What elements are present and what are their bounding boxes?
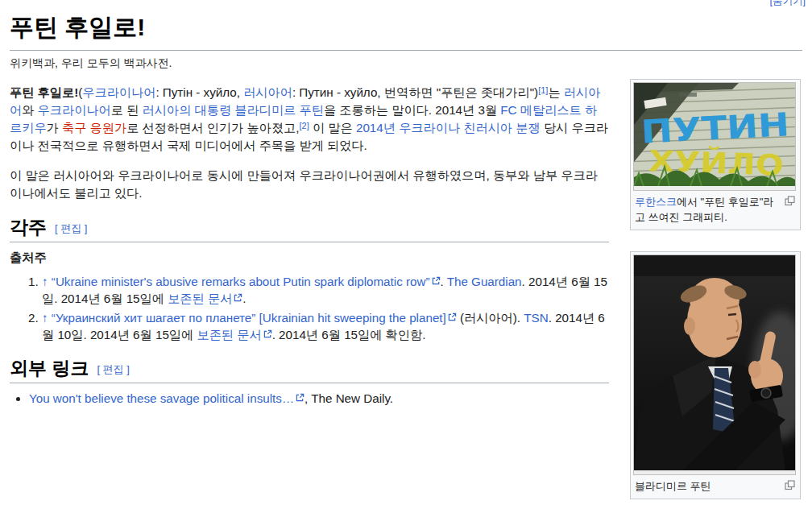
external-link[interactable]: You won't believe these savage political… <box>29 391 304 405</box>
external-link-icon <box>296 393 304 402</box>
text-run: : Путин - хуйло, 번역하면 "푸틴은 좃대가리") <box>292 85 538 99</box>
text-run: 로 된 <box>111 103 143 117</box>
text-run: 로 선정하면서 인기가 높아졌고, <box>126 121 299 134</box>
external-link-icon <box>234 293 242 302</box>
reference-item: ↑ “Украинский хит шагает по планете” [Uk… <box>42 309 609 343</box>
article-body: 푸틴 후일로!(우크라이나어: Путін - хуйло, 러시아어: Пут… <box>10 84 609 407</box>
graffiti-illustration: ПУТИН ХУЙЛО <box>634 83 795 186</box>
thumbnail-column: ПУТИН ХУЙЛО 루한스크에서 "푸틴 후일로"라고 쓰여진 그래피티. <box>630 79 801 499</box>
caption-text: 블라디미르 푸틴 <box>635 480 711 492</box>
section-title: 각주 <box>10 217 47 238</box>
wiki-link[interactable]: 루한스크 <box>635 196 677 208</box>
text-run: 을 조롱하는 말이다. 2014년 3월 <box>324 103 500 117</box>
graffiti-thumbnail: ПУТИН ХУЙЛО 루한스크에서 "푸틴 후일로"라고 쓰여진 그래피티. <box>630 79 801 230</box>
expand-icon[interactable] <box>785 196 795 206</box>
second-paragraph: 이 말은 러시아어와 우크라이나어로 동시에 만들어져 우크라이나어권에서 유행… <box>10 167 609 202</box>
hide-toggle-link[interactable]: [숨기기] <box>770 0 806 8</box>
external-link[interactable]: 보존된 문서 <box>197 328 271 341</box>
lead-paragraph: 푸틴 후일로!(우크라이나어: Путін - хуйло, 러시아어: Пут… <box>10 84 609 155</box>
text-run: 블라디미르 푸틴 <box>635 480 711 492</box>
putin-portrait-image[interactable] <box>633 254 796 475</box>
text-run: . <box>242 292 246 305</box>
wiki-link[interactable]: 우크라이나어 <box>82 85 155 99</box>
text-run: 가 <box>47 121 62 134</box>
section-title: 외부 링크 <box>10 358 89 379</box>
wiki-link[interactable]: 블라디미르 푸틴 <box>234 103 324 117</box>
backref-up-link[interactable]: ↑ <box>42 311 48 325</box>
text-run: 이 말은 러시아어와 우크라이나어로 동시에 만들어져 우크라이나어권에서 유행… <box>10 168 598 200</box>
external-link[interactable]: “Ukraine minister's abusive remarks abou… <box>52 275 441 288</box>
wiki-link[interactable]: 2014년 우크라이나 친러시아 분쟁 <box>356 121 541 134</box>
external-link-item: You won't believe these savage political… <box>29 390 609 407</box>
text-run: 와 <box>22 103 37 117</box>
external-link[interactable]: “Украинский хит шагает по планете” [Ukra… <box>52 311 457 325</box>
external-link-icon <box>448 312 457 321</box>
text-run: , The New Daily. <box>304 391 393 405</box>
wiki-link[interactable]: 우크라이나어 <box>38 103 111 117</box>
text-run: 푸틴 후일로! <box>10 85 78 99</box>
wiki-link[interactable]: 러시아의 대통령 <box>143 103 232 117</box>
redlink[interactable]: 축구 응원가 <box>62 121 126 134</box>
reference-item: ↑ “Ukraine minister's abusive remarks ab… <box>42 273 609 307</box>
ref-link[interactable]: [1] <box>538 85 548 95</box>
page-title: 푸틴 후일로! <box>10 11 802 51</box>
external-links-list: You won't believe these savage political… <box>18 390 609 407</box>
text-run: : Путін - хуйло, <box>155 85 243 99</box>
reference-list: ↑ “Ukraine minister's abusive remarks ab… <box>29 273 609 343</box>
wiki-link[interactable]: 러시아어 <box>243 85 292 99</box>
putin-portrait-illustration <box>634 255 795 470</box>
text-run: 이 말은 <box>309 121 356 134</box>
edit-section-link[interactable]: [ 편집 ] <box>55 222 87 234</box>
text-run: (러시아어). <box>457 311 524 325</box>
text-run: 는 <box>548 85 563 99</box>
section-heading-external-links: 외부 링크[ 편집 ] <box>10 359 609 383</box>
wiki-link[interactable]: The Guardian <box>447 275 522 288</box>
caption-text: 루한스크에서 "푸틴 후일로"라고 쓰여진 그래피티. <box>635 196 773 223</box>
svg-text:ПУТИН: ПУТИН <box>640 106 790 151</box>
wiki-link[interactable]: TSN <box>524 311 548 325</box>
thumbnail-caption: 루한스크에서 "푸틴 후일로"라고 쓰여진 그래피티. <box>633 191 798 227</box>
expand-icon[interactable] <box>785 480 795 490</box>
graffiti-image[interactable]: ПУТИН ХУЙЛО <box>633 82 796 191</box>
references-subheading: 출처주 <box>10 249 609 267</box>
text-run: . <box>441 275 447 288</box>
wikipedia-article-page: [숨기기] 푸틴 후일로! 위키백과, 우리 모두의 백과사전. 푸틴 후일로!… <box>0 0 812 509</box>
ref-link[interactable]: [2] <box>299 121 309 130</box>
external-link-icon <box>263 329 272 338</box>
thumbnail-caption: 블라디미르 푸틴 <box>633 475 798 496</box>
external-link[interactable]: 보존된 문서 <box>168 292 242 305</box>
text-run: . 2014년 6월 15일에 확인함. <box>272 328 426 341</box>
section-heading-footnotes: 각주[ 편집 ] <box>10 218 609 242</box>
putin-portrait-thumbnail: 블라디미르 푸틴 <box>630 251 801 499</box>
site-tagline: 위키백과, 우리 모두의 백과사전. <box>10 56 802 71</box>
footnote-marker: [1] <box>538 85 548 95</box>
external-link-icon <box>432 276 441 285</box>
backref-up-link[interactable]: ↑ <box>42 275 48 288</box>
edit-section-link[interactable]: [ 편집 ] <box>97 363 129 375</box>
footnote-marker: [2] <box>299 121 309 130</box>
